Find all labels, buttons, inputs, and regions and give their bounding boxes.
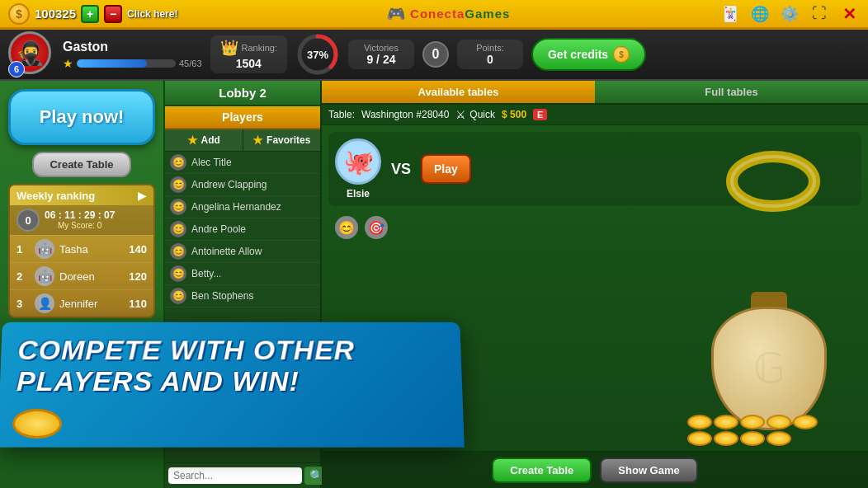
xp-text: 45/63 [179, 59, 202, 68]
show-game-button[interactable]: Show Game [600, 458, 697, 483]
bottom-bar: Create Table Show Game [322, 451, 868, 488]
waiting-avatar-1: 😊 [335, 216, 358, 239]
players-list: 😊 Alec Title 😊 Andrew Clapping 😊 Angelin… [165, 152, 320, 462]
level-badge: 6 [8, 61, 25, 77]
favorites-button[interactable]: ★ Favorites [243, 129, 321, 151]
player-list-avatar: 😊 [170, 265, 186, 282]
favorites-label: Favorites [267, 134, 310, 146]
list-item[interactable]: 😊 Antoinette Allow [165, 241, 320, 263]
swords-icon: ⚔ [455, 108, 466, 121]
rank-num-1: 1 [17, 243, 30, 256]
tab-available-tables[interactable]: Available tables [322, 81, 595, 103]
player-name: Gaston [63, 40, 202, 54]
filter-quick-label: Quick [469, 109, 495, 120]
weekly-ranking-header: Weekly ranking ▶ [10, 185, 153, 205]
close-icon[interactable]: ✕ [838, 3, 860, 25]
list-item[interactable]: 😊 Ben Stophens [165, 285, 320, 307]
weekly-ranking-panel: Weekly ranking ▶ 0 06 : 11 : 29 : 07 My … [8, 184, 155, 318]
player-info: Gaston ★ 45/63 [63, 40, 202, 70]
add-label: Add [201, 134, 220, 146]
list-item[interactable]: 😊 Andre Poole [165, 218, 320, 241]
list-item[interactable]: 😊 Andrew Clapping [165, 174, 320, 196]
player-list-avatar: 😊 [170, 288, 186, 304]
game-row: 🐙 Elsie VS Play [328, 132, 861, 206]
list-item[interactable]: 😊 Betty... [165, 263, 320, 285]
arrow-right-icon[interactable]: ▶ [138, 189, 147, 202]
vs-text: VS [391, 161, 411, 178]
add-balance-button[interactable]: + [81, 5, 99, 23]
waiting-avatar-2: 🎯 [365, 216, 388, 239]
crown-icon: 👑 [220, 39, 238, 57]
conecta-logo-text: ConectaGames [410, 7, 510, 21]
player-list-name: Betty... [191, 268, 315, 279]
player1-avatar: 🐙 [335, 138, 381, 185]
points-label: Points: [476, 43, 504, 53]
timer-wrap: 06 : 11 : 29 : 07 My Score: 0 [45, 209, 115, 232]
balance-text: 100325 [35, 7, 76, 21]
play-button[interactable]: Play [421, 154, 471, 184]
rank-name-1: Tasha [59, 243, 124, 256]
timer-text: 06 : 11 : 29 : 07 [45, 209, 115, 221]
filter-quick: ⚔ Quick [455, 108, 495, 121]
victories-label: Victories [364, 43, 399, 53]
create-table-button-left[interactable]: Create Table [32, 152, 131, 177]
search-input[interactable] [168, 467, 302, 484]
player-list-name: Andrew Clapping [191, 179, 315, 190]
coin-icon: $ [8, 3, 30, 25]
get-credits-button[interactable]: Get credits $ [531, 38, 646, 71]
players-header: Players [165, 106, 320, 129]
player-list-name: Andre Poole [191, 223, 315, 235]
ranking-timer-row: 0 06 : 11 : 29 : 07 My Score: 0 [10, 205, 153, 235]
rank-avatar-2: 🤖 [35, 266, 54, 286]
conecta-logo-icon: 🎮 [387, 5, 405, 23]
play-now-button[interactable]: Play now! [8, 89, 155, 145]
lobby-title: Lobby 2 [165, 81, 320, 106]
rank-name-2: Doreen [59, 270, 124, 283]
middle-panel: Lobby 2 Players ★ Add ★ Favorites 😊 Alec… [165, 81, 322, 488]
table-content: 🐙 Elsie VS Play 😊 🎯 [322, 125, 868, 451]
rank-name-3: Jennifer [59, 298, 124, 310]
filter-price: $ 500 [502, 109, 526, 120]
rank-score-2: 120 [129, 270, 147, 283]
globe-icon[interactable]: 🌐 [749, 3, 771, 25]
player-list-avatar: 😊 [170, 176, 186, 193]
tables-tabs: Available tables Full tables [322, 81, 868, 105]
star-add-icon: ★ [187, 134, 198, 147]
list-item[interactable]: 😊 Angelina Hernandez [165, 196, 320, 218]
ranking-value: 1504 [236, 57, 262, 70]
cards-icon[interactable]: 🃏 [719, 3, 741, 25]
ranking-with-crown: 👑 Ranking: [220, 39, 277, 57]
player-card-2: Play [421, 154, 471, 184]
minus-balance-button[interactable]: − [104, 5, 122, 23]
fullscreen-icon[interactable]: ⛶ [809, 3, 830, 25]
list-item[interactable]: 😊 Alec Title [165, 152, 320, 174]
points-block: Points: 0 [457, 40, 523, 69]
players-actions: ★ Add ★ Favorites [165, 129, 320, 152]
top-bar: $ 100325 + − Click here! 🎮 ConectaGames … [0, 0, 868, 30]
xp-bar-fill [77, 59, 147, 68]
ranking-label: Ranking: [242, 43, 277, 53]
tab-full-tables[interactable]: Full tables [595, 81, 868, 103]
player-list-name: Alec Title [191, 157, 315, 168]
conecta-logo-red: Conecta [410, 7, 465, 21]
rank-num-2: 2 [17, 270, 30, 283]
medal-zero: 0 [17, 209, 40, 232]
search-bar-wrap: 🔍 [165, 462, 320, 488]
settings-icon[interactable]: ⚙️ [779, 3, 800, 25]
star-icon: ★ [63, 57, 73, 70]
filter-table-label: Table: [328, 109, 355, 120]
player-list-name: Angelina Hernandez [191, 201, 315, 213]
player-card-1: 🐙 Elsie [335, 138, 381, 199]
add-player-button[interactable]: ★ Add [165, 129, 243, 151]
filter-table-name: Washington #28040 [361, 109, 449, 120]
top-bar-left: $ 100325 + − Click here! [8, 3, 177, 25]
left-panel: Play now! Create Table Weekly ranking ▶ … [0, 81, 165, 488]
my-score-text: My Score: 0 [45, 221, 115, 232]
get-credits-label: Get credits [548, 48, 608, 61]
create-table-button[interactable]: Create Table [492, 458, 592, 483]
waiting-row: 😊 🎯 [328, 213, 861, 242]
weekly-ranking-title: Weekly ranking [17, 190, 95, 202]
player-list-avatar: 😊 [170, 154, 186, 171]
rank-score-1: 140 [129, 243, 147, 256]
avatar-wrap: 🥷 6 [8, 31, 54, 77]
